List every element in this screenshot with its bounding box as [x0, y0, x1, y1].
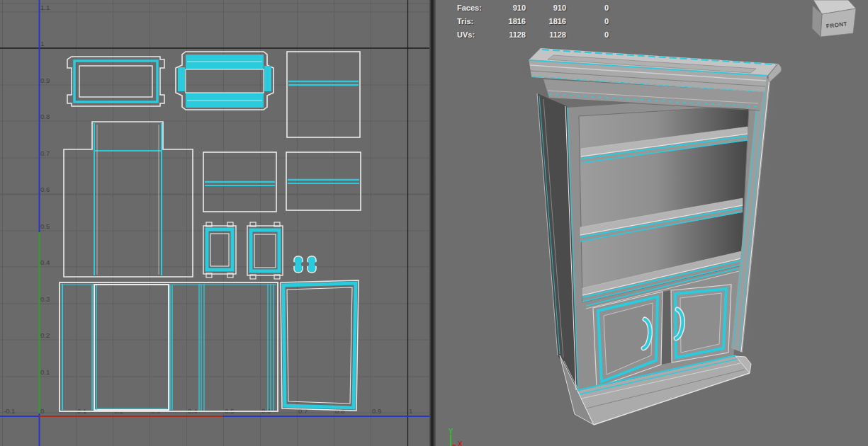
uv-shell-side-mid-right[interactable]: [286, 152, 361, 210]
uv-shell-handle-right[interactable]: [305, 256, 319, 273]
uv-canvas[interactable]: [0, 0, 429, 446]
axis-gizmo: Y X: [449, 428, 463, 446]
bookcase-model[interactable]: [522, 48, 782, 425]
uv-shell-side-mid-left[interactable]: [203, 152, 276, 212]
viewcube[interactable]: FRONT: [812, 0, 856, 37]
uv-shell-side-top[interactable]: [287, 52, 360, 137]
stats-value: 910: [524, 4, 566, 12]
uv-shell-carcass-bottom[interactable]: [60, 282, 278, 411]
stats-value: 1816: [483, 17, 526, 25]
gizmo-x-label: X: [458, 440, 463, 446]
stats-label: Tris:: [457, 17, 473, 25]
uv-shell-handle-left[interactable]: [291, 256, 305, 273]
stats-value: 1128: [524, 30, 566, 39]
uv-editor-panel[interactable]: 1.110.90.80.70.60.50.40.30.20.1-0.100.10…: [0, 0, 429, 446]
stats-value: 0: [566, 17, 609, 25]
stats-label: UVs:: [457, 30, 475, 39]
stats-value: 0: [566, 30, 609, 39]
stats-value: 1128: [483, 30, 526, 39]
application-window: 1.110.90.80.70.60.50.40.30.20.1-0.100.10…: [0, 0, 868, 446]
perspective-viewport[interactable]: FRONT Y X Faces: 910 910 0 Tris: 1816 18…: [436, 0, 868, 446]
stats-value: 910: [483, 4, 526, 12]
stats-value: 1816: [524, 17, 566, 25]
viewport-canvas[interactable]: FRONT Y X: [436, 0, 868, 446]
uv-shell-door-front[interactable]: [281, 280, 359, 411]
panel-divider[interactable]: [429, 0, 436, 446]
uv-shell-top-trim-back[interactable]: [176, 52, 274, 110]
uv-shell-top-trim-front[interactable]: [67, 57, 164, 106]
uv-shell-door-frame-left[interactable]: [203, 222, 236, 278]
uv-shell-back-panel[interactable]: [64, 122, 193, 277]
gizmo-y-label: Y: [449, 428, 453, 435]
stats-value: 0: [566, 4, 609, 12]
stats-label: Faces:: [457, 4, 482, 12]
uv-shell-door-frame-right[interactable]: [247, 222, 283, 279]
